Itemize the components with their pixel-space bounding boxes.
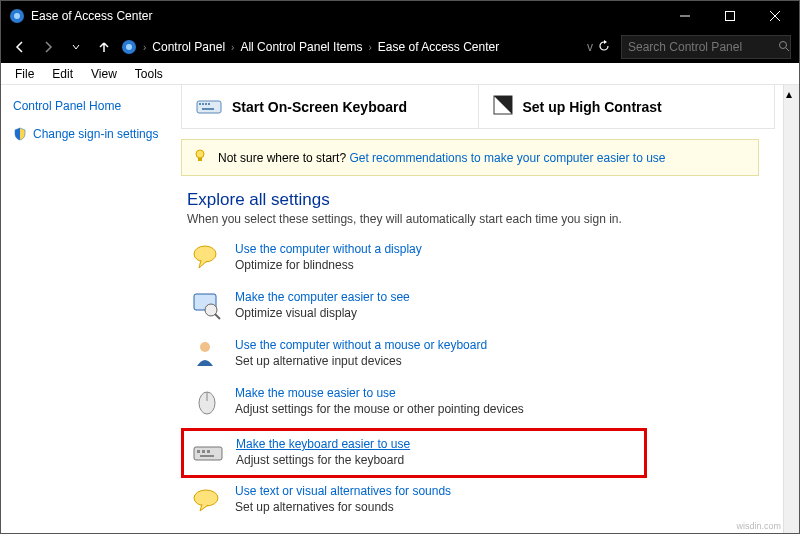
- refresh-area: v: [587, 39, 611, 56]
- minimize-button[interactable]: [662, 1, 707, 31]
- recent-dropdown[interactable]: [65, 36, 87, 58]
- svg-rect-3: [725, 12, 734, 21]
- svg-point-1: [14, 13, 20, 19]
- dropdown-indicator-icon[interactable]: v: [587, 40, 593, 54]
- titlebar: Ease of Access Center: [1, 1, 799, 31]
- svg-point-17: [196, 150, 204, 158]
- svg-point-8: [780, 41, 787, 48]
- menu-tools[interactable]: Tools: [127, 65, 171, 83]
- keyboard-icon: [196, 95, 222, 118]
- recommendation-link[interactable]: Get recommendations to make your compute…: [349, 151, 665, 165]
- start-onscreen-keyboard-label: Start On-Screen Keyboard: [232, 99, 407, 115]
- scrollbar-up-icon[interactable]: ▴: [786, 87, 797, 95]
- control-panel-icon: [9, 8, 25, 24]
- breadcrumb-mid[interactable]: All Control Panel Items: [240, 40, 362, 54]
- search-input[interactable]: [628, 40, 778, 54]
- setup-high-contrast-label: Set up High Contrast: [523, 99, 662, 115]
- svg-rect-27: [197, 450, 200, 453]
- svg-rect-30: [200, 455, 214, 457]
- svg-point-19: [194, 246, 216, 262]
- item-link[interactable]: Use the computer without a mouse or keyb…: [235, 338, 487, 352]
- forward-button[interactable]: [37, 36, 59, 58]
- sidebar: Control Panel Home Change sign-in settin…: [1, 85, 181, 533]
- banner-text: Not sure where to start? Get recommendat…: [218, 151, 666, 165]
- breadcrumb-root[interactable]: Control Panel: [152, 40, 225, 54]
- up-button[interactable]: [93, 36, 115, 58]
- svg-rect-11: [199, 103, 201, 105]
- chevron-right-icon: ›: [368, 42, 371, 53]
- breadcrumb[interactable]: › Control Panel › All Control Panel Item…: [121, 39, 581, 55]
- menu-file[interactable]: File: [7, 65, 42, 83]
- item-link[interactable]: Make the mouse easier to use: [235, 386, 396, 400]
- chevron-right-icon: ›: [231, 42, 234, 53]
- explore-heading: Explore all settings: [187, 190, 759, 210]
- item-link[interactable]: Make the keyboard easier to use: [236, 437, 410, 451]
- control-panel-home-link[interactable]: Control Panel Home: [13, 99, 169, 113]
- item-link[interactable]: Use text or visual alternatives for soun…: [235, 484, 451, 498]
- setup-high-contrast-button[interactable]: Set up High Contrast: [479, 85, 775, 128]
- item-desc: Optimize visual display: [235, 306, 410, 320]
- refresh-button[interactable]: [597, 39, 611, 56]
- menu-bar: File Edit View Tools: [1, 63, 799, 85]
- search-icon[interactable]: [778, 40, 790, 55]
- list-item: Make the computer easier to seeOptimize …: [187, 284, 759, 332]
- window-title: Ease of Access Center: [31, 9, 662, 23]
- maximize-button[interactable]: [707, 1, 752, 31]
- svg-rect-26: [194, 447, 222, 460]
- svg-rect-12: [202, 103, 204, 105]
- shield-icon: [13, 127, 27, 141]
- item-desc: Set up alternatives for sounds: [235, 500, 451, 514]
- item-desc: Set up alternative input devices: [235, 354, 487, 368]
- list-item: Use the computer without a mouse or keyb…: [187, 332, 759, 380]
- keyboard-small-icon: [192, 437, 224, 469]
- svg-point-7: [126, 44, 132, 50]
- contrast-icon: [493, 95, 513, 118]
- watermark: wisdin.com: [736, 521, 781, 531]
- svg-rect-18: [198, 158, 202, 161]
- list-item: Make it easier to focus on tasksAdjust s…: [187, 526, 759, 533]
- svg-rect-10: [197, 101, 221, 113]
- person-icon: [191, 338, 223, 370]
- control-panel-icon: [121, 39, 137, 55]
- list-item: Make the keyboard easier to useAdjust se…: [188, 435, 414, 471]
- svg-line-9: [786, 48, 789, 51]
- change-signin-settings-link[interactable]: Change sign-in settings: [13, 127, 169, 141]
- breadcrumb-leaf[interactable]: Ease of Access Center: [378, 40, 499, 54]
- magnifier-monitor-icon: [191, 290, 223, 322]
- svg-rect-15: [202, 108, 214, 110]
- list-item: Make the mouse easier to useAdjust setti…: [187, 380, 759, 428]
- menu-view[interactable]: View: [83, 65, 125, 83]
- scrollbar[interactable]: ▴: [783, 85, 799, 533]
- svg-line-22: [215, 314, 220, 319]
- chevron-right-icon: ›: [143, 42, 146, 53]
- item-desc: Adjust settings for the keyboard: [236, 453, 410, 467]
- close-button[interactable]: [752, 1, 797, 31]
- item-link[interactable]: Make it easier to focus on tasks: [235, 532, 403, 533]
- sound-bubble-icon: [191, 484, 223, 516]
- back-button[interactable]: [9, 36, 31, 58]
- start-onscreen-keyboard-button[interactable]: Start On-Screen Keyboard: [182, 85, 479, 128]
- list-item: Use the computer without a displayOptimi…: [187, 236, 759, 284]
- main-content: ▴ Start On-Screen Keyboard Set up High C…: [181, 85, 799, 533]
- svg-point-31: [194, 490, 218, 506]
- change-signin-label: Change sign-in settings: [33, 127, 158, 141]
- focus-person-icon: [191, 532, 223, 533]
- recommendation-banner: Not sure where to start? Get recommendat…: [181, 139, 759, 176]
- item-desc: Adjust settings for the mouse or other p…: [235, 402, 524, 416]
- banner-lead: Not sure where to start?: [218, 151, 349, 165]
- address-bar: › Control Panel › All Control Panel Item…: [1, 31, 799, 63]
- item-link[interactable]: Use the computer without a display: [235, 242, 422, 256]
- svg-rect-28: [202, 450, 205, 453]
- search-box[interactable]: [621, 35, 791, 59]
- list-item: Use text or visual alternatives for soun…: [187, 478, 759, 526]
- item-desc: Optimize for blindness: [235, 258, 422, 272]
- item-link[interactable]: Make the computer easier to see: [235, 290, 410, 304]
- highlighted-item-box: Make the keyboard easier to useAdjust se…: [181, 428, 647, 478]
- menu-edit[interactable]: Edit: [44, 65, 81, 83]
- speech-bubble-icon: [191, 242, 223, 274]
- svg-point-23: [200, 342, 210, 352]
- lightbulb-icon: [192, 148, 208, 167]
- explore-subtext: When you select these settings, they wil…: [187, 212, 759, 226]
- svg-rect-29: [207, 450, 210, 453]
- mouse-icon: [191, 386, 223, 418]
